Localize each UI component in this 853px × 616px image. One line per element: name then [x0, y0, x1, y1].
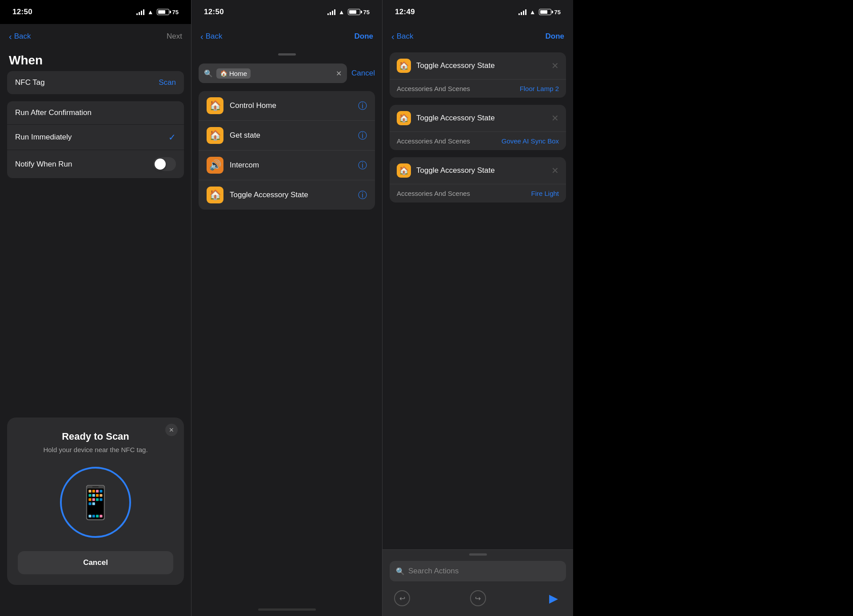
- info-icon-3[interactable]: ⓘ: [358, 189, 367, 201]
- scan-button[interactable]: Scan: [159, 78, 176, 87]
- status-icons-3: ▲ 75: [518, 8, 561, 16]
- action-icon-1: 🏠: [207, 127, 223, 144]
- panel-1: 12:50 ▲ 75 ‹ Back Next When NFC Tag Scan: [0, 0, 191, 616]
- action-item-0[interactable]: 🏠 Control Home ⓘ: [199, 91, 375, 121]
- action-icon-0: 🏠: [207, 97, 223, 114]
- check-icon-1: ✓: [168, 132, 176, 143]
- card-remove-1[interactable]: ✕: [551, 113, 559, 123]
- action-list: 🏠 Control Home ⓘ 🏠 Get state ⓘ 🔊 Interco…: [199, 91, 375, 210]
- notify-toggle[interactable]: [153, 157, 176, 171]
- card-value-2[interactable]: Fire Light: [531, 190, 559, 197]
- action-card-body-2: Accessories And Scenes Fire Light: [390, 184, 566, 203]
- search-actions-bar[interactable]: 🔍 Search Actions: [390, 561, 566, 581]
- nfc-tag-label: NFC Tag: [15, 78, 45, 87]
- scan-modal-title: Ready to Scan: [62, 431, 129, 442]
- action-card-header-1: 🏠 Toggle Accessory State ✕: [390, 105, 566, 132]
- battery-icon-2: [348, 9, 360, 15]
- panel-2: 12:50 ▲ 75 ‹ Back Done 🔍: [191, 0, 382, 616]
- chevron-left-icon-3: ‹: [391, 32, 395, 41]
- search-bar-wrap: 🔍 🏠 Home ✕ Cancel: [191, 59, 382, 87]
- info-icon-0[interactable]: ⓘ: [358, 100, 367, 112]
- info-icon-2[interactable]: ⓘ: [358, 159, 367, 171]
- notify-when-run-item[interactable]: Notify When Run: [7, 150, 184, 178]
- run-after-confirmation-label: Run After Confirmation: [15, 108, 92, 117]
- chevron-left-icon-2: ‹: [200, 32, 203, 41]
- nfc-tag-item[interactable]: NFC Tag Scan: [7, 71, 184, 94]
- status-icons-2: ▲ 75: [327, 8, 370, 16]
- search-bar[interactable]: 🔍 🏠 Home ✕: [199, 64, 347, 83]
- battery-label-1: 75: [172, 9, 179, 16]
- action-label-0: Control Home: [230, 101, 358, 110]
- back-button-1[interactable]: ‹ Back: [9, 32, 31, 41]
- redo-icon: ↪: [470, 590, 486, 606]
- status-bar-1: 12:50 ▲ 75: [0, 0, 191, 24]
- search-cancel-button[interactable]: Cancel: [351, 69, 375, 78]
- card-title-1: Toggle Accessory State: [416, 114, 551, 123]
- search-chip-text: Home: [229, 70, 247, 77]
- back-label-2: Back: [206, 32, 223, 41]
- action-card-body-1: Accessories And Scenes Govee AI Sync Box: [390, 132, 566, 150]
- card-icon-0: 🏠: [397, 59, 411, 73]
- action-label-3: Toggle Accessory State: [230, 191, 358, 199]
- play-icon: ▶: [549, 592, 558, 605]
- action-item-2[interactable]: 🔊 Intercom ⓘ: [199, 151, 375, 180]
- drag-handle-2: [278, 53, 296, 56]
- search-clear-button[interactable]: ✕: [336, 69, 342, 78]
- card-value-0[interactable]: Floor Lamp 2: [520, 85, 559, 92]
- done-button-2[interactable]: Done: [355, 32, 374, 41]
- phone-icon: 📱: [76, 484, 116, 521]
- action-card-2: 🏠 Toggle Accessory State ✕ Accessories A…: [390, 157, 566, 203]
- battery-label-2: 75: [363, 9, 370, 16]
- scan-modal-subtitle: Hold your device near the NFC tag.: [43, 446, 147, 453]
- card-remove-2[interactable]: ✕: [551, 165, 559, 176]
- back-button-2[interactable]: ‹ Back: [200, 32, 222, 41]
- action-item-1[interactable]: 🏠 Get state ⓘ: [199, 121, 375, 151]
- next-button-1[interactable]: Next: [167, 32, 182, 41]
- spacer: [573, 0, 853, 616]
- action-card-1: 🏠 Toggle Accessory State ✕ Accessories A…: [390, 105, 566, 150]
- run-immediately-item[interactable]: Run Immediately ✓: [7, 125, 184, 150]
- run-after-confirmation-item[interactable]: Run After Confirmation: [7, 101, 184, 124]
- card-label-0: Accessories And Scenes: [397, 85, 470, 92]
- action-card-body-0: Accessories And Scenes Floor Lamp 2: [390, 79, 566, 98]
- back-label-1: Back: [14, 32, 31, 41]
- home-chip-icon: 🏠: [220, 70, 227, 77]
- card-label-1: Accessories And Scenes: [397, 137, 470, 145]
- wifi-icon-1: ▲: [147, 8, 154, 16]
- time-3: 12:49: [395, 8, 415, 16]
- action-card-header-2: 🏠 Toggle Accessory State ✕: [390, 157, 566, 184]
- run-immediately-label: Run Immediately: [15, 133, 72, 142]
- nav-bar-2: ‹ Back Done: [191, 24, 382, 49]
- toolbar-icons: ↩ ↪ ▶: [383, 585, 573, 616]
- action-card-0: 🏠 Toggle Accessory State ✕ Accessories A…: [390, 52, 566, 98]
- when-label: When: [0, 49, 191, 71]
- back-label-3: Back: [397, 32, 414, 41]
- back-button-3[interactable]: ‹ Back: [391, 32, 413, 41]
- undo-button[interactable]: ↩: [393, 589, 411, 607]
- status-icons-1: ▲ 75: [136, 8, 179, 16]
- card-label-2: Accessories And Scenes: [397, 190, 470, 197]
- action-icon-2: 🔊: [207, 157, 223, 174]
- search-chip: 🏠 Home: [216, 68, 251, 79]
- info-icon-1[interactable]: ⓘ: [358, 130, 367, 142]
- scan-cancel-button[interactable]: Cancel: [18, 551, 173, 574]
- action-icon-3: 🏠: [207, 187, 223, 203]
- card-remove-0[interactable]: ✕: [551, 60, 559, 71]
- status-bar-3: 12:49 ▲ 75: [383, 0, 573, 24]
- drag-handle-3: [469, 553, 487, 556]
- action-label-2: Intercom: [230, 161, 358, 170]
- redo-button[interactable]: ↪: [469, 589, 487, 607]
- action-label-1: Get state: [230, 131, 358, 140]
- battery-icon-3: [539, 9, 551, 15]
- close-modal-button[interactable]: ✕: [165, 424, 178, 436]
- battery-icon-1: [157, 9, 169, 15]
- action-item-3[interactable]: 🏠 Toggle Accessory State ⓘ: [199, 180, 375, 210]
- search-icon-2: 🔍: [204, 69, 213, 78]
- play-button[interactable]: ▶: [545, 589, 562, 607]
- done-button-3[interactable]: Done: [546, 32, 565, 41]
- time-1: 12:50: [12, 8, 32, 16]
- card-value-1[interactable]: Govee AI Sync Box: [502, 137, 559, 145]
- card-icon-2: 🏠: [397, 163, 411, 178]
- panel-3: 12:49 ▲ 75 ‹ Back Done 🏠 Toggle Accessor…: [382, 0, 573, 616]
- bottom-toolbar: 🔍 Search Actions ↩ ↪ ▶: [383, 549, 573, 616]
